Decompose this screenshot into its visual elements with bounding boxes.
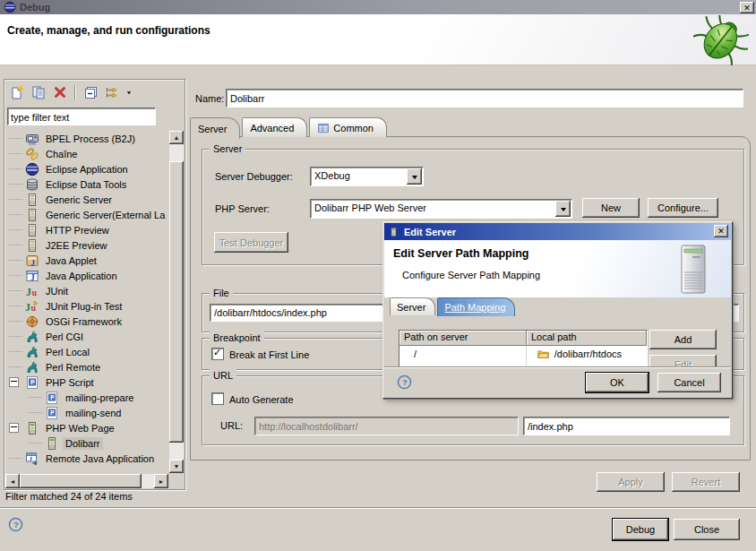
tree-item-perl-cgi[interactable]: Perl CGI <box>5 329 168 344</box>
scroll-up-button[interactable]: ▲ <box>169 131 184 144</box>
vertical-scroll-thumb[interactable] <box>169 161 184 443</box>
tree-vertical-scrollbar[interactable]: ▲ ▼ <box>169 131 184 473</box>
tree-item-label: OSGi Framework <box>43 315 125 328</box>
filter-menu-button[interactable] <box>124 83 134 101</box>
filter-input[interactable] <box>7 108 156 125</box>
scroll-right-button[interactable]: ► <box>154 474 168 488</box>
help-button[interactable]: ? <box>8 517 23 532</box>
scroll-left-button[interactable]: ◄ <box>5 474 20 488</box>
database-icon <box>25 177 39 192</box>
tree-item-http-preview[interactable]: HTTP Preview <box>5 222 168 237</box>
tree-item-j2ee-preview[interactable]: J2EE Preview <box>5 237 168 253</box>
server-debugger-dropdown-button[interactable] <box>407 168 422 185</box>
tree-connector <box>9 168 22 170</box>
svg-text:P: P <box>50 394 55 400</box>
tree-item-label: Perl CGI <box>43 331 86 343</box>
server-tower-icon <box>681 245 708 295</box>
auto-generate-row: Auto Generate <box>211 392 294 405</box>
php-server-dropdown-button[interactable] <box>555 201 571 217</box>
edit-server-title: Edit Server <box>404 227 456 237</box>
add-mapping-button[interactable]: Add <box>649 330 717 349</box>
server-green-icon <box>45 436 59 451</box>
tree-item-php-web-page[interactable]: PHP Web Page <box>5 420 168 435</box>
tree-item-perl-local[interactable]: Perl Local <box>5 344 168 359</box>
window-close-button[interactable]: ✕ <box>740 2 754 13</box>
server-icon <box>25 223 39 237</box>
tree-item-mailing-send[interactable]: Pmailing-send <box>5 405 168 420</box>
tree-item-remote-java-application[interactable]: JRemote Java Application <box>5 451 168 466</box>
perl-icon <box>25 345 39 359</box>
tree-item-osgi-framework[interactable]: OSGi Framework <box>5 314 168 329</box>
new-server-button[interactable]: New <box>582 198 640 218</box>
debug-button[interactable]: Debug <box>613 519 668 540</box>
server-group-title: Server <box>210 142 245 155</box>
path-mapping-table[interactable]: Path on serverLocal path //dolibarr/htdo… <box>399 330 648 367</box>
auto-generate-checkbox[interactable] <box>211 392 224 405</box>
tree-item-eclipse-data-tools[interactable]: Eclipse Data Tools <box>5 176 168 192</box>
close-button[interactable]: Close <box>674 519 740 540</box>
name-input[interactable] <box>226 89 743 108</box>
edit-server-close-button[interactable]: ✕ <box>714 225 728 237</box>
tree-item-php-script[interactable]: PPHP Script <box>5 375 168 390</box>
config-tree: BPEL Process (B2J)ChaîneEclipse Applicat… <box>5 131 168 473</box>
server-debugger-combo[interactable]: XDebug <box>310 167 424 186</box>
tree-connector <box>9 260 22 262</box>
server-debugger-label: Server Debugger: <box>215 171 293 182</box>
cancel-button[interactable]: Cancel <box>657 373 721 392</box>
tree-item-bpel-process-b2j[interactable]: BPEL Process (B2J) <box>5 131 168 146</box>
tree-item-eclipse-application[interactable]: Eclipse Application <box>5 161 168 176</box>
column-header-local-path[interactable]: Local path <box>527 331 647 346</box>
tree-item-cha-ne[interactable]: Chaîne <box>5 146 168 161</box>
tab-label: Common <box>333 123 374 133</box>
dialog-help-button[interactable]: ? <box>397 375 412 390</box>
dialog-tab-server[interactable]: Server <box>390 297 435 315</box>
tree-item-label: Generic Server <box>43 194 115 206</box>
break-first-line-checkbox[interactable] <box>211 348 224 360</box>
tree-item-java-application[interactable]: JJava Application <box>5 268 168 283</box>
tree-item-label: Generic Server(External La <box>43 209 168 221</box>
server-debugger-value: XDebug <box>314 170 405 181</box>
scroll-down-button[interactable]: ▼ <box>169 460 184 473</box>
php-server-combo[interactable]: Dolibarr PHP Web Server <box>310 199 572 219</box>
remote-java-icon: J <box>25 452 39 466</box>
revert-button: Revert <box>672 472 740 492</box>
config-tabs: ServerAdvancedCommon <box>190 117 389 138</box>
svg-text:?: ? <box>13 520 19 529</box>
tree-connector <box>9 153 22 155</box>
path-mapping-header-row: Path on serverLocal path <box>399 331 647 346</box>
tree-item-perl-remote[interactable]: Perl Remote <box>5 359 168 375</box>
collapse-all-icon <box>83 85 98 99</box>
tab-advanced[interactable]: Advanced <box>242 117 307 137</box>
tree-item-junit[interactable]: JuJUnit <box>5 283 168 298</box>
tree-item-java-applet[interactable]: JJava Applet <box>5 253 168 268</box>
tree-item-mailing-prepare[interactable]: Pmailing-prepare <box>5 390 168 405</box>
tree-item-generic-server[interactable]: Generic Server <box>5 192 168 207</box>
collapse-expander-icon[interactable] <box>9 377 19 387</box>
duplicate-configuration-button[interactable] <box>29 83 48 101</box>
tree-connector <box>9 245 22 246</box>
delete-configuration-button[interactable] <box>50 83 70 101</box>
tree-item-generic-server-external-la[interactable]: Generic Server(External La <box>5 207 168 222</box>
tab-server[interactable]: Server <box>190 117 240 139</box>
server-icon <box>389 226 399 238</box>
perl-icon <box>25 330 39 344</box>
column-header-path-on-server[interactable]: Path on server <box>399 331 527 346</box>
tree-horizontal-scrollbar[interactable]: ◄ ► <box>5 474 168 488</box>
path-mapping-row[interactable]: //dolibarr/htdocs <box>399 346 647 362</box>
new-configuration-button[interactable] <box>7 83 27 101</box>
local-path-text: /dolibarr/htdocs <box>554 349 622 359</box>
tree-item-junit-plug-in-test[interactable]: JuJUnit Plug-in Test <box>5 298 168 314</box>
tab-common[interactable]: Common <box>309 117 387 137</box>
ok-button[interactable]: OK <box>586 373 649 392</box>
tree-connector <box>29 412 42 414</box>
configure-server-button[interactable]: Configure... <box>648 198 718 218</box>
filter-configurations-button[interactable] <box>102 83 122 101</box>
break-first-line-row: Break at First Line <box>211 348 309 360</box>
collapse-expander-icon[interactable] <box>9 423 19 433</box>
horizontal-scroll-thumb[interactable] <box>20 474 142 488</box>
collapse-all-button[interactable] <box>81 83 100 101</box>
dialog-tab-path-mapping[interactable]: Path Mapping <box>437 297 515 316</box>
filter-status-text: Filter matched 24 of 24 items <box>5 491 133 502</box>
url-path-input[interactable] <box>523 417 730 435</box>
tree-item-dolibarr[interactable]: Dolibarr <box>5 435 168 451</box>
